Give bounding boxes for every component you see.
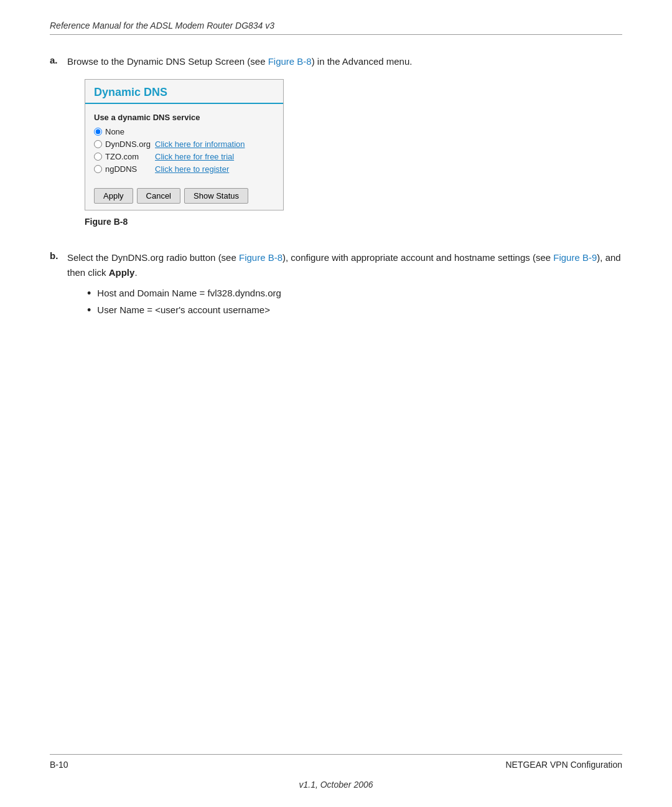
list-item: • User Name = <user's account username> [87, 303, 622, 318]
cancel-button[interactable]: Cancel [137, 188, 180, 204]
footer-right: NETGEAR VPN Configuration [505, 760, 622, 770]
content-area: a. Browse to the Dynamic DNS Setup Scree… [50, 55, 622, 754]
step-b-text-before: Select the DynDNS.org radio button (see [67, 252, 239, 263]
dns-widget-body: Use a dynamic DNS service None DynDNS.or… [85, 109, 283, 181]
bullet-dot-1: • [87, 286, 91, 301]
list-item: • Host and Domain Name = fvl328.dyndns.o… [87, 286, 622, 301]
dns-section-label: Use a dynamic DNS service [94, 113, 274, 122]
step-a-text-after: ) in the Advanced menu. [312, 56, 413, 67]
page-footer: B-10 NETGEAR VPN Configuration [50, 754, 622, 770]
radio-ngddns-label: ngDDNS [105, 164, 155, 174]
bullet-text-1: Host and Domain Name = fvl328.dyndns.org [97, 286, 281, 301]
radio-tzo-label: TZO.com [105, 152, 155, 161]
radio-dyndns[interactable] [94, 140, 102, 148]
step-b-bold: Apply [109, 267, 135, 278]
dns-buttons: Apply Cancel Show Status [85, 188, 283, 204]
figure-b8-link-1[interactable]: Figure B-8 [268, 56, 312, 67]
radio-tzo[interactable] [94, 153, 102, 161]
step-b: b. Select the DynDNS.org radio button (s… [50, 250, 622, 280]
figure-b8-label: Figure B-8 [85, 217, 412, 227]
dns-option-none: None [94, 127, 274, 136]
dns-option-tzo: TZO.com Click here for free trial [94, 152, 274, 161]
step-b-text-end: . [134, 267, 137, 278]
step-b-text-middle: ), configure with appropriate account an… [282, 252, 553, 263]
apply-button[interactable]: Apply [94, 188, 133, 204]
dyndns-info-link[interactable]: Click here for information [155, 139, 245, 149]
bullet-dot-2: • [87, 303, 91, 318]
bullet-text-2: User Name = <user's account username> [97, 303, 270, 318]
dns-option-ngddns: ngDDNS Click here to register [94, 164, 274, 174]
radio-dyndns-label: DynDNS.org [105, 139, 155, 149]
dynamic-dns-widget: Dynamic DNS Use a dynamic DNS service No… [85, 79, 284, 210]
step-b-label: b. [50, 250, 62, 280]
radio-ngddns[interactable] [94, 165, 102, 173]
step-a: a. Browse to the Dynamic DNS Setup Scree… [50, 55, 622, 239]
step-a-label: a. [50, 55, 62, 239]
radio-none-label: None [105, 127, 155, 136]
footer-center: v1.1, October 2006 [0, 780, 672, 790]
radio-none[interactable] [94, 128, 102, 136]
dns-option-dyndns: DynDNS.org Click here for information [94, 139, 274, 149]
page-container: Reference Manual for the ADSL Modem Rout… [0, 0, 672, 807]
ngddns-link[interactable]: Click here to register [155, 164, 229, 174]
show-status-button[interactable]: Show Status [184, 188, 248, 204]
footer-left: B-10 [50, 760, 68, 770]
dns-widget-title: Dynamic DNS [85, 80, 283, 104]
header-title: Reference Manual for the ADSL Modem Rout… [50, 21, 274, 31]
tzo-link[interactable]: Click here for free trial [155, 152, 234, 161]
figure-b9-link[interactable]: Figure B-9 [553, 252, 597, 263]
figure-b8-link-2[interactable]: Figure B-8 [239, 252, 282, 263]
page-header: Reference Manual for the ADSL Modem Rout… [50, 20, 622, 35]
step-a-text-before: Browse to the Dynamic DNS Setup Screen (… [67, 56, 268, 67]
bullet-list: • Host and Domain Name = fvl328.dyndns.o… [87, 286, 622, 318]
